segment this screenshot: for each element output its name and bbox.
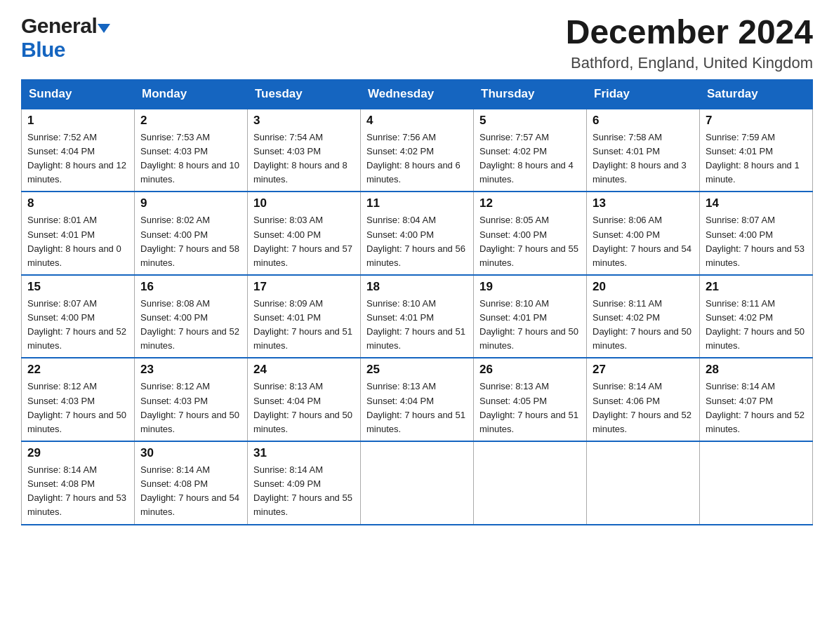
calendar-cell: 17Sunrise: 8:09 AMSunset: 4:01 PMDayligh… xyxy=(248,275,361,358)
day-info: Sunrise: 7:54 AMSunset: 4:03 PMDaylight:… xyxy=(253,130,355,187)
day-number: 28 xyxy=(706,363,807,377)
calendar-cell: 7Sunrise: 7:59 AMSunset: 4:01 PMDaylight… xyxy=(700,109,813,192)
week-row-5: 29Sunrise: 8:14 AMSunset: 4:08 PMDayligh… xyxy=(22,441,813,525)
day-number: 17 xyxy=(253,280,355,294)
day-number: 26 xyxy=(479,363,581,377)
calendar-cell: 3Sunrise: 7:54 AMSunset: 4:03 PMDaylight… xyxy=(248,109,361,192)
logo: General Blue xyxy=(21,14,110,62)
calendar-cell: 31Sunrise: 8:14 AMSunset: 4:09 PMDayligh… xyxy=(248,441,361,525)
calendar-cell: 22Sunrise: 8:12 AMSunset: 4:03 PMDayligh… xyxy=(22,358,135,441)
day-info: Sunrise: 7:56 AMSunset: 4:02 PMDaylight:… xyxy=(366,130,468,187)
week-row-3: 15Sunrise: 8:07 AMSunset: 4:00 PMDayligh… xyxy=(22,275,813,358)
day-number: 19 xyxy=(479,280,581,294)
header-friday: Friday xyxy=(587,79,700,109)
calendar-cell: 16Sunrise: 8:08 AMSunset: 4:00 PMDayligh… xyxy=(135,275,248,358)
calendar-cell: 14Sunrise: 8:07 AMSunset: 4:00 PMDayligh… xyxy=(700,192,813,275)
day-number: 7 xyxy=(706,114,807,128)
day-info: Sunrise: 8:10 AMSunset: 4:01 PMDaylight:… xyxy=(366,297,468,354)
week-row-2: 8Sunrise: 8:01 AMSunset: 4:01 PMDaylight… xyxy=(22,192,813,275)
day-number: 31 xyxy=(253,446,355,460)
calendar-cell xyxy=(700,441,813,525)
day-number: 5 xyxy=(479,114,581,128)
week-row-1: 1Sunrise: 7:52 AMSunset: 4:04 PMDaylight… xyxy=(22,109,813,192)
day-info: Sunrise: 7:59 AMSunset: 4:01 PMDaylight:… xyxy=(706,130,807,187)
day-number: 18 xyxy=(366,280,468,294)
header-tuesday: Tuesday xyxy=(248,79,361,109)
day-number: 11 xyxy=(366,196,468,210)
calendar-cell: 13Sunrise: 8:06 AMSunset: 4:00 PMDayligh… xyxy=(587,192,700,275)
day-info: Sunrise: 8:14 AMSunset: 4:08 PMDaylight:… xyxy=(27,463,128,520)
calendar-cell: 18Sunrise: 8:10 AMSunset: 4:01 PMDayligh… xyxy=(361,275,474,358)
day-number: 6 xyxy=(593,114,694,128)
logo-blue-text: Blue xyxy=(21,38,65,61)
day-number: 15 xyxy=(27,280,128,294)
day-number: 14 xyxy=(706,196,807,210)
calendar-cell xyxy=(361,441,474,525)
calendar-cell: 30Sunrise: 8:14 AMSunset: 4:08 PMDayligh… xyxy=(135,441,248,525)
day-number: 3 xyxy=(253,114,355,128)
calendar-cell xyxy=(587,441,700,525)
day-info: Sunrise: 8:14 AMSunset: 4:07 PMDaylight:… xyxy=(706,380,807,436)
day-number: 23 xyxy=(140,363,241,377)
day-number: 12 xyxy=(479,196,581,210)
calendar-cell: 15Sunrise: 8:07 AMSunset: 4:00 PMDayligh… xyxy=(22,275,135,358)
day-info: Sunrise: 8:11 AMSunset: 4:02 PMDaylight:… xyxy=(593,297,694,354)
day-info: Sunrise: 8:12 AMSunset: 4:03 PMDaylight:… xyxy=(140,380,241,436)
calendar-cell: 8Sunrise: 8:01 AMSunset: 4:01 PMDaylight… xyxy=(22,192,135,275)
day-number: 13 xyxy=(593,196,694,210)
calendar-cell: 4Sunrise: 7:56 AMSunset: 4:02 PMDaylight… xyxy=(361,109,474,192)
day-info: Sunrise: 8:09 AMSunset: 4:01 PMDaylight:… xyxy=(253,297,355,354)
calendar-cell: 21Sunrise: 8:11 AMSunset: 4:02 PMDayligh… xyxy=(700,275,813,358)
calendar-cell: 29Sunrise: 8:14 AMSunset: 4:08 PMDayligh… xyxy=(22,441,135,525)
day-info: Sunrise: 8:07 AMSunset: 4:00 PMDaylight:… xyxy=(27,297,128,354)
day-info: Sunrise: 8:07 AMSunset: 4:00 PMDaylight:… xyxy=(706,213,807,270)
day-info: Sunrise: 8:04 AMSunset: 4:00 PMDaylight:… xyxy=(366,213,468,270)
day-info: Sunrise: 8:10 AMSunset: 4:01 PMDaylight:… xyxy=(479,297,581,354)
calendar-table: SundayMondayTuesdayWednesdayThursdayFrid… xyxy=(21,79,813,525)
calendar-cell: 25Sunrise: 8:13 AMSunset: 4:04 PMDayligh… xyxy=(361,358,474,441)
header-saturday: Saturday xyxy=(700,79,813,109)
day-info: Sunrise: 7:52 AMSunset: 4:04 PMDaylight:… xyxy=(27,130,128,187)
day-info: Sunrise: 8:14 AMSunset: 4:08 PMDaylight:… xyxy=(140,463,241,520)
day-number: 10 xyxy=(253,196,355,210)
title-section: December 2024 Bathford, England, United … xyxy=(566,14,813,72)
logo-triangle-icon xyxy=(98,24,110,33)
page-header: General Blue December 2024 Bathford, Eng… xyxy=(21,14,813,72)
day-info: Sunrise: 8:12 AMSunset: 4:03 PMDaylight:… xyxy=(27,380,128,436)
header-thursday: Thursday xyxy=(474,79,587,109)
calendar-cell xyxy=(474,441,587,525)
day-info: Sunrise: 7:57 AMSunset: 4:02 PMDaylight:… xyxy=(479,130,581,187)
day-info: Sunrise: 8:06 AMSunset: 4:00 PMDaylight:… xyxy=(593,213,694,270)
calendar-cell: 12Sunrise: 8:05 AMSunset: 4:00 PMDayligh… xyxy=(474,192,587,275)
header-sunday: Sunday xyxy=(22,79,135,109)
day-info: Sunrise: 8:11 AMSunset: 4:02 PMDaylight:… xyxy=(706,297,807,354)
day-number: 4 xyxy=(366,114,468,128)
day-number: 9 xyxy=(140,196,241,210)
calendar-cell: 9Sunrise: 8:02 AMSunset: 4:00 PMDaylight… xyxy=(135,192,248,275)
day-number: 24 xyxy=(253,363,355,377)
header-wednesday: Wednesday xyxy=(361,79,474,109)
month-year-title: December 2024 xyxy=(566,14,813,51)
calendar-cell: 19Sunrise: 8:10 AMSunset: 4:01 PMDayligh… xyxy=(474,275,587,358)
day-number: 22 xyxy=(27,363,128,377)
day-number: 8 xyxy=(27,196,128,210)
day-info: Sunrise: 8:13 AMSunset: 4:04 PMDaylight:… xyxy=(253,380,355,436)
calendar-cell: 10Sunrise: 8:03 AMSunset: 4:00 PMDayligh… xyxy=(248,192,361,275)
day-info: Sunrise: 8:01 AMSunset: 4:01 PMDaylight:… xyxy=(27,213,128,270)
calendar-cell: 1Sunrise: 7:52 AMSunset: 4:04 PMDaylight… xyxy=(22,109,135,192)
day-info: Sunrise: 8:14 AMSunset: 4:09 PMDaylight:… xyxy=(253,463,355,520)
calendar-cell: 27Sunrise: 8:14 AMSunset: 4:06 PMDayligh… xyxy=(587,358,700,441)
calendar-cell: 20Sunrise: 8:11 AMSunset: 4:02 PMDayligh… xyxy=(587,275,700,358)
calendar-cell: 6Sunrise: 7:58 AMSunset: 4:01 PMDaylight… xyxy=(587,109,700,192)
day-info: Sunrise: 8:02 AMSunset: 4:00 PMDaylight:… xyxy=(140,213,241,270)
week-row-4: 22Sunrise: 8:12 AMSunset: 4:03 PMDayligh… xyxy=(22,358,813,441)
day-number: 29 xyxy=(27,446,128,460)
day-info: Sunrise: 8:03 AMSunset: 4:00 PMDaylight:… xyxy=(253,213,355,270)
day-info: Sunrise: 8:13 AMSunset: 4:04 PMDaylight:… xyxy=(366,380,468,436)
day-info: Sunrise: 8:13 AMSunset: 4:05 PMDaylight:… xyxy=(479,380,581,436)
day-number: 21 xyxy=(706,280,807,294)
day-info: Sunrise: 8:05 AMSunset: 4:00 PMDaylight:… xyxy=(479,213,581,270)
day-info: Sunrise: 7:58 AMSunset: 4:01 PMDaylight:… xyxy=(593,130,694,187)
day-info: Sunrise: 8:14 AMSunset: 4:06 PMDaylight:… xyxy=(593,380,694,436)
header-row: SundayMondayTuesdayWednesdayThursdayFrid… xyxy=(22,79,813,109)
